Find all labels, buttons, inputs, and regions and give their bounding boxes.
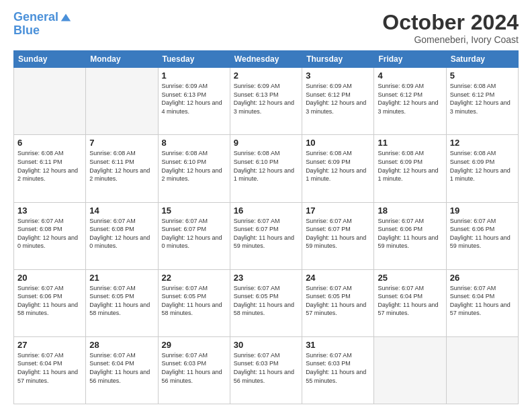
logo: General Blue xyxy=(13,11,72,38)
day-cell xyxy=(374,336,446,404)
day-cell: 8Sunrise: 6:08 AM Sunset: 6:10 PM Daylig… xyxy=(158,135,230,202)
day-number: 19 xyxy=(450,205,515,216)
day-info: Sunrise: 6:07 AM Sunset: 6:07 PM Dayligh… xyxy=(162,217,226,250)
day-cell xyxy=(446,336,518,404)
day-number: 23 xyxy=(234,273,298,283)
day-number: 9 xyxy=(234,138,298,148)
svg-marker-0 xyxy=(61,13,71,21)
day-info: Sunrise: 6:09 AM Sunset: 6:12 PM Dayligh… xyxy=(306,82,370,116)
day-info: Sunrise: 6:07 AM Sunset: 6:03 PM Dayligh… xyxy=(234,351,298,385)
title-block: October 2024 Gomeneberi, Ivory Coast xyxy=(382,11,519,45)
day-number: 5 xyxy=(450,71,515,81)
col-saturday: Saturday xyxy=(446,51,518,68)
logo-icon xyxy=(60,11,72,24)
day-number: 31 xyxy=(306,340,370,350)
day-info: Sunrise: 6:08 AM Sunset: 6:12 PM Dayligh… xyxy=(450,82,515,116)
week-row-4: 20Sunrise: 6:07 AM Sunset: 6:06 PM Dayli… xyxy=(14,269,519,336)
day-info: Sunrise: 6:08 AM Sunset: 6:10 PM Dayligh… xyxy=(234,149,298,183)
col-sunday: Sunday xyxy=(14,51,86,68)
day-number: 1 xyxy=(162,71,226,81)
week-row-2: 6Sunrise: 6:08 AM Sunset: 6:11 PM Daylig… xyxy=(14,135,519,202)
day-number: 13 xyxy=(17,205,82,216)
day-cell: 25Sunrise: 6:07 AM Sunset: 6:04 PM Dayli… xyxy=(374,269,446,336)
day-number: 21 xyxy=(89,273,154,283)
col-tuesday: Tuesday xyxy=(158,51,230,68)
day-info: Sunrise: 6:09 AM Sunset: 6:13 PM Dayligh… xyxy=(234,82,298,116)
day-cell: 11Sunrise: 6:08 AM Sunset: 6:09 PM Dayli… xyxy=(374,135,446,202)
day-cell xyxy=(86,68,158,135)
day-cell: 18Sunrise: 6:07 AM Sunset: 6:06 PM Dayli… xyxy=(374,202,446,269)
day-cell: 14Sunrise: 6:07 AM Sunset: 6:08 PM Dayli… xyxy=(86,202,158,269)
day-info: Sunrise: 6:08 AM Sunset: 6:09 PM Dayligh… xyxy=(450,149,515,183)
day-info: Sunrise: 6:08 AM Sunset: 6:09 PM Dayligh… xyxy=(378,149,442,183)
day-info: Sunrise: 6:09 AM Sunset: 6:12 PM Dayligh… xyxy=(378,82,442,116)
day-cell: 31Sunrise: 6:07 AM Sunset: 6:03 PM Dayli… xyxy=(302,336,374,404)
calendar-table: Sunday Monday Tuesday Wednesday Thursday… xyxy=(13,50,519,404)
day-number: 27 xyxy=(17,340,82,350)
day-cell: 3Sunrise: 6:09 AM Sunset: 6:12 PM Daylig… xyxy=(302,68,374,135)
day-info: Sunrise: 6:07 AM Sunset: 6:06 PM Dayligh… xyxy=(378,217,442,250)
day-number: 22 xyxy=(162,273,226,283)
day-number: 7 xyxy=(89,138,154,148)
day-info: Sunrise: 6:09 AM Sunset: 6:13 PM Dayligh… xyxy=(162,82,226,116)
day-info: Sunrise: 6:08 AM Sunset: 6:11 PM Dayligh… xyxy=(89,149,154,183)
day-number: 10 xyxy=(306,138,370,148)
day-number: 26 xyxy=(450,273,515,283)
logo-blue: Blue xyxy=(13,24,72,38)
day-info: Sunrise: 6:07 AM Sunset: 6:07 PM Dayligh… xyxy=(306,217,370,250)
day-number: 11 xyxy=(378,138,442,148)
day-info: Sunrise: 6:07 AM Sunset: 6:06 PM Dayligh… xyxy=(17,284,82,318)
day-cell: 6Sunrise: 6:08 AM Sunset: 6:11 PM Daylig… xyxy=(14,135,86,202)
header: General Blue October 2024 Gomeneberi, Iv… xyxy=(13,11,519,45)
day-info: Sunrise: 6:07 AM Sunset: 6:03 PM Dayligh… xyxy=(306,351,370,385)
day-info: Sunrise: 6:07 AM Sunset: 6:04 PM Dayligh… xyxy=(378,284,442,318)
day-cell: 20Sunrise: 6:07 AM Sunset: 6:06 PM Dayli… xyxy=(14,269,86,336)
day-number: 16 xyxy=(234,205,298,216)
day-cell: 19Sunrise: 6:07 AM Sunset: 6:06 PM Dayli… xyxy=(446,202,518,269)
header-row: Sunday Monday Tuesday Wednesday Thursday… xyxy=(14,51,519,68)
day-cell: 21Sunrise: 6:07 AM Sunset: 6:05 PM Dayli… xyxy=(86,269,158,336)
day-info: Sunrise: 6:07 AM Sunset: 6:05 PM Dayligh… xyxy=(234,284,298,318)
day-cell: 9Sunrise: 6:08 AM Sunset: 6:10 PM Daylig… xyxy=(230,135,302,202)
day-cell: 4Sunrise: 6:09 AM Sunset: 6:12 PM Daylig… xyxy=(374,68,446,135)
day-number: 29 xyxy=(162,340,226,350)
month-title: October 2024 xyxy=(382,11,519,34)
day-number: 30 xyxy=(234,340,298,350)
day-cell: 27Sunrise: 6:07 AM Sunset: 6:04 PM Dayli… xyxy=(14,336,86,404)
day-number: 15 xyxy=(162,205,226,216)
day-info: Sunrise: 6:07 AM Sunset: 6:08 PM Dayligh… xyxy=(17,217,82,250)
day-number: 8 xyxy=(162,138,226,148)
page: General Blue October 2024 Gomeneberi, Iv… xyxy=(0,0,532,411)
day-cell: 16Sunrise: 6:07 AM Sunset: 6:07 PM Dayli… xyxy=(230,202,302,269)
day-info: Sunrise: 6:07 AM Sunset: 6:04 PM Dayligh… xyxy=(450,284,515,318)
day-cell: 23Sunrise: 6:07 AM Sunset: 6:05 PM Dayli… xyxy=(230,269,302,336)
day-cell: 30Sunrise: 6:07 AM Sunset: 6:03 PM Dayli… xyxy=(230,336,302,404)
day-cell: 7Sunrise: 6:08 AM Sunset: 6:11 PM Daylig… xyxy=(86,135,158,202)
day-number: 4 xyxy=(378,71,442,81)
day-info: Sunrise: 6:07 AM Sunset: 6:03 PM Dayligh… xyxy=(162,351,226,385)
day-cell: 1Sunrise: 6:09 AM Sunset: 6:13 PM Daylig… xyxy=(158,68,230,135)
col-friday: Friday xyxy=(374,51,446,68)
day-info: Sunrise: 6:07 AM Sunset: 6:04 PM Dayligh… xyxy=(17,351,82,385)
col-wednesday: Wednesday xyxy=(230,51,302,68)
day-info: Sunrise: 6:07 AM Sunset: 6:06 PM Dayligh… xyxy=(450,217,515,250)
day-number: 28 xyxy=(89,340,154,350)
day-number: 2 xyxy=(234,71,298,81)
day-info: Sunrise: 6:08 AM Sunset: 6:09 PM Dayligh… xyxy=(306,149,370,183)
day-number: 25 xyxy=(378,273,442,283)
day-info: Sunrise: 6:07 AM Sunset: 6:05 PM Dayligh… xyxy=(89,284,154,318)
week-row-1: 1Sunrise: 6:09 AM Sunset: 6:13 PM Daylig… xyxy=(14,68,519,135)
day-number: 12 xyxy=(450,138,515,148)
day-info: Sunrise: 6:07 AM Sunset: 6:08 PM Dayligh… xyxy=(89,217,154,250)
day-info: Sunrise: 6:08 AM Sunset: 6:11 PM Dayligh… xyxy=(17,149,82,183)
col-thursday: Thursday xyxy=(302,51,374,68)
day-number: 6 xyxy=(17,138,82,148)
location-subtitle: Gomeneberi, Ivory Coast xyxy=(382,34,519,45)
day-number: 24 xyxy=(306,273,370,283)
col-monday: Monday xyxy=(86,51,158,68)
day-cell: 13Sunrise: 6:07 AM Sunset: 6:08 PM Dayli… xyxy=(14,202,86,269)
week-row-3: 13Sunrise: 6:07 AM Sunset: 6:08 PM Dayli… xyxy=(14,202,519,269)
day-number: 18 xyxy=(378,205,442,216)
day-info: Sunrise: 6:08 AM Sunset: 6:10 PM Dayligh… xyxy=(162,149,226,183)
day-info: Sunrise: 6:07 AM Sunset: 6:05 PM Dayligh… xyxy=(306,284,370,318)
